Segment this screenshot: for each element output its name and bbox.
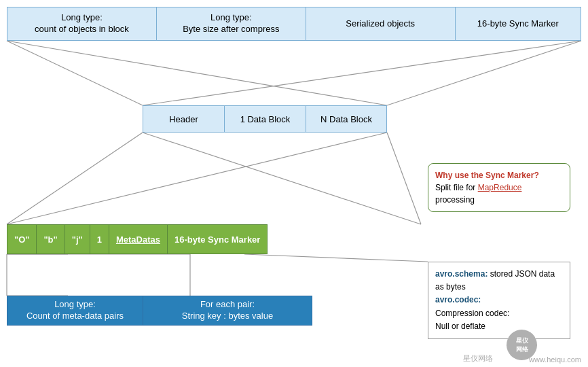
mid-block-header: Header xyxy=(143,105,224,133)
bottom-row: "O" "b" "j" 1 MetaDatas 16-byte Sync Mar… xyxy=(7,224,268,254)
mid-block-ndata: N Data Block xyxy=(306,105,387,133)
svg-line-3 xyxy=(143,41,581,105)
svg-line-1 xyxy=(387,41,581,105)
watermark-chinese: 星仪网络 xyxy=(463,353,493,364)
top-block-bytesize: Long type: Byte size after compress xyxy=(156,7,306,41)
green-block-b: "b" xyxy=(36,224,64,254)
svg-line-5 xyxy=(387,133,421,224)
green-block-1: 1 xyxy=(90,224,109,254)
meta-block-count: Long type: Count of meta-data pairs xyxy=(7,296,143,326)
avro-codec-desc: Compression codec: Null or deflate xyxy=(435,309,509,331)
watermark-url: www.heiqu.com xyxy=(529,355,581,364)
green-block-O: "O" xyxy=(7,224,36,254)
svg-line-0 xyxy=(7,41,143,105)
svg-line-7 xyxy=(7,133,387,224)
meta-row: Long type: Count of meta-data pairs For … xyxy=(7,296,312,326)
why-sync-marker-box: Why use the Sync Marker? Split file for … xyxy=(428,163,570,212)
green-block-sync: 16-byte Sync Marker xyxy=(167,224,268,254)
logo-circle: 星仪网络 xyxy=(507,330,537,360)
why-sync-body: Split file for MapReduce processing xyxy=(435,183,521,205)
green-block-metadatas: MetaDatas xyxy=(109,224,167,254)
top-block-sync: 16-byte Sync Marker xyxy=(455,7,581,41)
green-block-j: "j" xyxy=(65,224,90,254)
avro-schema-box: avro.schema: stored JSON data as bytes a… xyxy=(428,262,570,339)
avro-codec-label: avro.codec: xyxy=(435,295,481,304)
svg-line-4 xyxy=(7,133,143,224)
avro-schema-label: avro.schema: xyxy=(435,269,488,279)
mid-row: Header 1 Data Block N Data Block xyxy=(143,105,387,133)
top-block-serialized: Serialized objects xyxy=(306,7,455,41)
top-row: Long type: count of objects in block Lon… xyxy=(7,7,581,41)
meta-block-pair: For each pair: String key : bytes value xyxy=(143,296,312,326)
top-block-count: Long type: count of objects in block xyxy=(7,7,156,41)
svg-line-6 xyxy=(143,133,421,224)
mid-block-1data: 1 Data Block xyxy=(224,105,306,133)
svg-line-8 xyxy=(244,254,428,262)
mapreduce-link[interactable]: MapReduce xyxy=(478,183,522,192)
svg-line-2 xyxy=(7,41,387,105)
why-sync-title: Why use the Sync Marker? xyxy=(435,171,539,180)
